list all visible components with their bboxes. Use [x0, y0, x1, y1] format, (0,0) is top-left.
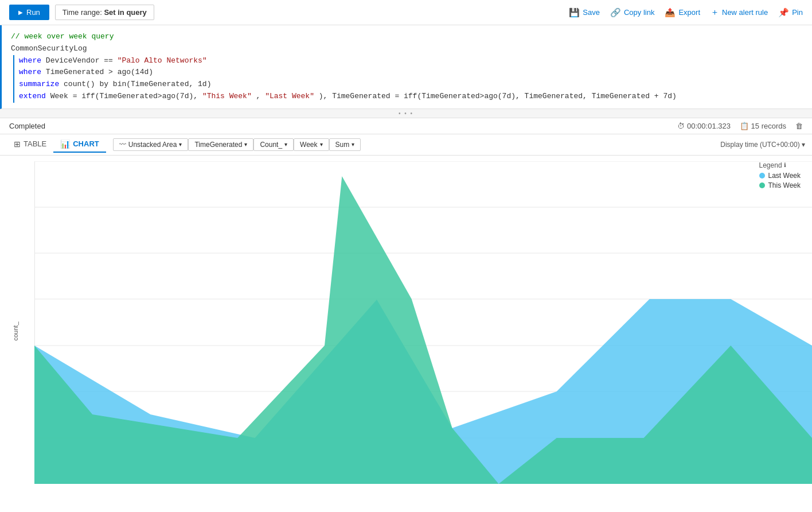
- query-table: CommonSecurityLog: [11, 43, 87, 55]
- time-range-button[interactable]: Time range: Set in query: [55, 5, 154, 20]
- tab-chart[interactable]: 📊 CHART: [53, 137, 106, 153]
- aggregation-label: Sum: [335, 141, 350, 149]
- y-axis-title: count_: [12, 321, 19, 340]
- export-label: Export: [678, 8, 700, 17]
- copy-link-label: Copy link: [624, 8, 654, 17]
- this-week-dot: [759, 183, 765, 188]
- toolbar-right: 💾 Save 🔗 Copy link 📤 Export ＋ New alert …: [569, 7, 803, 18]
- copy-link-button[interactable]: 🔗 Copy link: [610, 7, 654, 18]
- tab-left: ⊞ TABLE 📊 CHART 〰 Unstacked Area TimeGen…: [7, 137, 361, 153]
- export-icon: 📤: [665, 7, 676, 18]
- status-records: 📋 15 records: [740, 122, 786, 130]
- new-alert-rule-label: New alert rule: [722, 8, 768, 17]
- query-comment: // week over week query: [11, 31, 114, 43]
- query-line-3: where TimeGenerated > ago(14d): [11, 67, 803, 79]
- pin-button[interactable]: 📌 Pin: [778, 7, 803, 18]
- save-button[interactable]: 💾 Save: [569, 7, 600, 18]
- area-chart-icon: 〰: [119, 141, 126, 149]
- tab-table[interactable]: ⊞ TABLE: [7, 137, 53, 153]
- tab-table-label: TABLE: [24, 139, 46, 148]
- query-kw-2: where: [19, 56, 41, 65]
- last-week-label: Last Week: [768, 172, 801, 180]
- display-time-button[interactable]: Display time (UTC+00:00): [720, 141, 805, 149]
- tab-bar: ⊞ TABLE 📊 CHART 〰 Unstacked Area TimeGen…: [0, 134, 812, 156]
- tab-controls-right: Display time (UTC+00:00): [720, 141, 805, 149]
- chart-type-dropdown[interactable]: 〰 Unstacked Area: [113, 138, 189, 151]
- pin-icon: 📌: [778, 7, 789, 18]
- query-end-5: ), TimeGenerated = iff(TimeGenerated>ago…: [319, 92, 677, 100]
- query-str-5a: "This Week": [202, 92, 252, 100]
- time-range-value: Set in query: [104, 8, 146, 17]
- query-comma-5: ,: [256, 92, 266, 100]
- status-text: Completed: [9, 122, 45, 130]
- new-alert-rule-button[interactable]: ＋ New alert rule: [710, 7, 768, 18]
- status-bar: Completed ⏱ 00:00:01.323 📋 15 records 🗑: [0, 118, 812, 134]
- query-str-5b: "Last Week": [265, 92, 314, 100]
- last-week-dot: [759, 173, 765, 179]
- resize-handle[interactable]: • • •: [0, 109, 812, 118]
- y-axis-label: Count_: [260, 141, 282, 149]
- export-button[interactable]: 📤 Export: [665, 7, 700, 18]
- chart-icon: 📊: [60, 139, 70, 149]
- query-text-5: Week = iff(TimeGenerated>ago(7d),: [50, 92, 202, 100]
- run-button[interactable]: Run: [9, 5, 49, 20]
- legend-info-icon: ℹ: [784, 162, 786, 168]
- query-line-2: where DeviceVendor == "Palo Alto Network…: [11, 55, 803, 67]
- link-icon: 🔗: [610, 7, 621, 18]
- query-str-2: "Palo Alto Networks": [118, 56, 207, 65]
- query-line-5: extend Week = iff(TimeGenerated>ago(7d),…: [11, 91, 803, 103]
- chart-legend: Legend ℹ Last Week This Week: [759, 161, 801, 191]
- query-editor[interactable]: // week over week query CommonSecurityLo…: [0, 25, 812, 109]
- query-indent-5: extend Week = iff(TimeGenerated>ago(7d),…: [13, 91, 677, 103]
- legend-last-week[interactable]: Last Week: [759, 172, 801, 180]
- query-text-4: count() by bin(TimeGenerated, 1d): [64, 80, 211, 88]
- y-axis-dropdown[interactable]: Count_: [253, 138, 294, 151]
- query-text-2: DeviceVendor ==: [46, 56, 118, 65]
- chart-type-label: Unstacked Area: [128, 141, 177, 149]
- chart-svg: 350k 300k 250k 200k 150k 100k 50k 0 2019…: [34, 161, 812, 484]
- records-icon: 📋: [740, 122, 749, 130]
- plus-icon: ＋: [710, 7, 719, 18]
- status-right: ⏱ 00:00:01.323 📋 15 records 🗑: [677, 122, 803, 130]
- x-axis-dropdown[interactable]: TimeGenerated: [188, 138, 253, 151]
- save-label: Save: [583, 8, 600, 17]
- this-week-label: This Week: [768, 181, 801, 189]
- legend-this-week[interactable]: This Week: [759, 181, 801, 189]
- pin-label: Pin: [792, 8, 803, 17]
- chart-area: count_ Legend ℹ Last Week This Week 350k: [0, 156, 812, 507]
- query-indent-3: where TimeGenerated > ago(14d): [13, 67, 153, 79]
- query-kw-3: where: [19, 68, 41, 76]
- split-label: Week: [300, 141, 317, 149]
- aggregation-dropdown[interactable]: Sum: [329, 138, 361, 151]
- legend-title: Legend ℹ: [759, 161, 801, 169]
- status-duration: ⏱ 00:00:01.323: [677, 122, 731, 130]
- query-kw-5: extend: [19, 92, 46, 100]
- query-line-comment: // week over week query: [11, 31, 803, 43]
- query-line-1: CommonSecurityLog: [11, 43, 803, 55]
- split-dropdown[interactable]: Week: [294, 138, 329, 151]
- x-axis-label: TimeGenerated: [194, 141, 242, 149]
- toolbar-left: Run Time range: Set in query: [9, 5, 154, 20]
- save-icon: 💾: [569, 7, 580, 18]
- time-range-label: Time range:: [63, 8, 102, 17]
- delete-icon[interactable]: 🗑: [795, 122, 803, 130]
- query-line-4: summarize count() by bin(TimeGenerated, …: [11, 79, 803, 91]
- tab-chart-label: CHART: [73, 139, 99, 148]
- query-indent-2: where DeviceVendor == "Palo Alto Network…: [13, 55, 207, 67]
- clock-icon: ⏱: [677, 122, 685, 130]
- top-toolbar: Run Time range: Set in query 💾 Save 🔗 Co…: [0, 0, 812, 25]
- query-text-3: TimeGenerated > ago(14d): [46, 68, 153, 76]
- query-indent-4: summarize count() by bin(TimeGenerated, …: [13, 79, 211, 91]
- query-kw-4: summarize: [19, 80, 59, 88]
- table-icon: ⊞: [14, 139, 21, 149]
